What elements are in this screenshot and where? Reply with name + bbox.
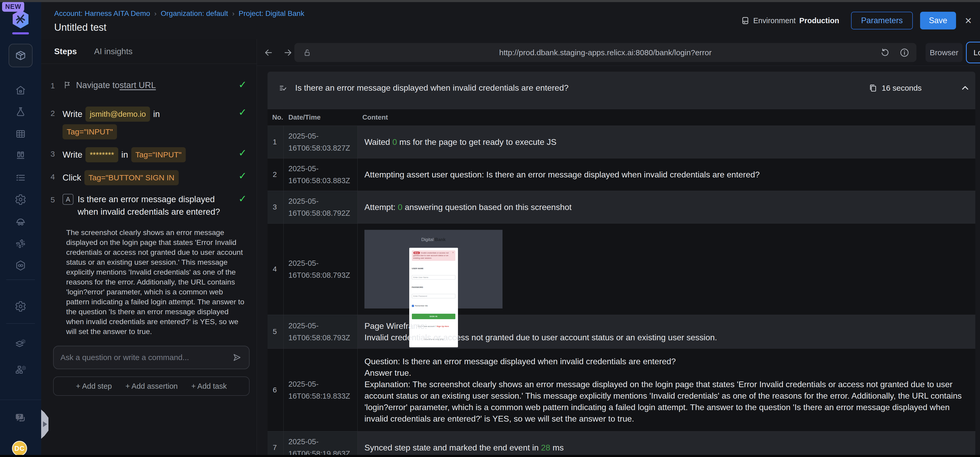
sidebar-item-settings[interactable] xyxy=(0,194,41,205)
window-bottom-strip xyxy=(0,455,980,457)
step-connector: in xyxy=(121,148,128,161)
info-icon[interactable] xyxy=(899,48,910,58)
log-content: Page Wireframe: Invalid credentials or a… xyxy=(358,315,975,348)
browser-button[interactable]: Browser xyxy=(926,43,963,62)
start-url-link[interactable]: start URL xyxy=(119,79,156,91)
environment-label: Environment xyxy=(753,16,796,25)
check-icon: ✓ xyxy=(239,79,247,91)
checklist-icon xyxy=(15,172,26,183)
step-row-5[interactable]: 5 A Is there an error message displayed … xyxy=(51,193,247,218)
breadcrumb: Account: Harness AITA Demo › Organizatio… xyxy=(54,10,304,18)
step-target-chip[interactable]: Tag="INPUT" xyxy=(131,147,186,162)
log-no: 4 xyxy=(267,223,284,315)
log-row-4[interactable]: 4 2025-05-16T06:58:08.793Z Digital Bank … xyxy=(267,223,975,315)
url-text[interactable]: http://prod.dbank.staging-apps.relicx.ai… xyxy=(294,43,916,62)
page-title: Untitled test xyxy=(54,22,107,33)
log-content: Question: Is there an error message disp… xyxy=(358,349,975,431)
user-avatar[interactable]: DC xyxy=(12,441,27,456)
step-row-2[interactable]: 2 Write jsmith@demo.io in Tag="INPUT" ✓ xyxy=(51,107,247,139)
sidebar-item-account-settings[interactable] xyxy=(0,301,41,312)
log-row-6[interactable]: 6 2025-05-16T06:58:19.833Z Question: Is … xyxy=(267,349,975,432)
step-value-chip[interactable]: ******** xyxy=(86,147,118,162)
tab-ai-insights[interactable]: AI insights xyxy=(94,47,133,56)
logs-button[interactable]: Logs xyxy=(966,42,980,63)
home-icon xyxy=(15,84,26,96)
add-task-button[interactable]: + Add task xyxy=(191,382,227,390)
sidebar-item-integrations[interactable] xyxy=(0,260,41,271)
chevron-up-icon[interactable] xyxy=(961,84,970,92)
step-target-chip[interactable]: Tag="INPUT" xyxy=(62,124,117,139)
thumb-username-input: Enter User Name xyxy=(412,275,455,280)
gear-icon xyxy=(15,301,26,312)
sidebar-item-test-module[interactable] xyxy=(9,44,33,67)
sidebar-item-incognito[interactable] xyxy=(0,216,41,228)
window-top-strip xyxy=(0,0,980,2)
check-icon: ✓ xyxy=(239,193,247,205)
log-no: 7 xyxy=(267,432,284,457)
close-icon[interactable]: × xyxy=(965,14,972,27)
harness-logo[interactable] xyxy=(0,10,41,31)
sidebar-item-experiments[interactable] xyxy=(0,106,41,118)
sidebar-item-org-settings[interactable] xyxy=(0,364,41,376)
log-datetime: 2025-05-16T06:58:08.793Z xyxy=(284,315,358,348)
command-input[interactable]: Ask a question or write a command... xyxy=(53,346,250,369)
step-text: Navigate to xyxy=(76,79,119,91)
log-row-1[interactable]: 1 2025-05-16T06:58:03.827Z Waited 0 ms f… xyxy=(267,126,975,158)
column-no: No. xyxy=(267,109,284,126)
reload-icon[interactable] xyxy=(880,48,890,58)
sidebar-item-checklist[interactable] xyxy=(0,172,41,183)
parameters-button[interactable]: Parameters xyxy=(851,12,913,29)
environment-value: Production xyxy=(799,16,839,25)
save-button[interactable]: Save xyxy=(920,12,956,29)
infinity-icon xyxy=(14,260,27,271)
log-datetime: 2025-05-16T06:58:03.827Z xyxy=(284,126,358,158)
environment-selector[interactable]: Environment Production xyxy=(741,16,839,25)
flag-icon xyxy=(63,81,72,89)
sidebar-item-layer-settings[interactable] xyxy=(0,338,41,350)
url-bar[interactable]: http://prod.dbank.staging-apps.relicx.ai… xyxy=(294,43,916,62)
step-row-1[interactable]: 1 Navigate to start URL ✓ xyxy=(51,79,247,92)
sidebar-section-divider xyxy=(0,400,41,400)
tab-steps[interactable]: Steps xyxy=(54,47,77,56)
add-assertion-button[interactable]: + Add assertion xyxy=(125,382,178,390)
check-icon: ✓ xyxy=(239,147,247,159)
log-section-header[interactable]: Is there an error message displayed when… xyxy=(267,72,975,104)
log-row-5[interactable]: 5 2025-05-16T06:58:08.793Z Page Wirefram… xyxy=(267,315,975,349)
cube-icon xyxy=(14,49,27,62)
step-value-chip[interactable]: jsmith@demo.io xyxy=(86,107,150,122)
back-icon[interactable] xyxy=(264,48,274,57)
assertion-icon: A xyxy=(62,194,73,205)
log-row-3[interactable]: 3 2025-05-16T06:58:08.792Z Attempt: 0 an… xyxy=(267,191,975,223)
step-connector: in xyxy=(153,108,160,120)
browser-toolbar: http://prod.dbank.staging-apps.relicx.ai… xyxy=(257,39,980,66)
step-target-chip[interactable]: Tag="BUTTON" SIGN IN xyxy=(84,170,179,185)
log-row-7[interactable]: 7 2025-05-16T06:58:19.863Z Synced step s… xyxy=(267,432,975,457)
breadcrumb-separator: › xyxy=(154,10,157,18)
step-row-3[interactable]: 3 Write ******** in Tag="INPUT" ✓ xyxy=(51,147,247,162)
sidebar-item-test-suites[interactable] xyxy=(0,150,41,162)
send-icon[interactable] xyxy=(232,352,242,363)
app-sidebar: NEW xyxy=(0,0,41,455)
thumb-checkbox: ✓ xyxy=(412,305,414,307)
chevron-right-icon xyxy=(43,421,47,427)
breadcrumb-account[interactable]: Account: Harness AITA Demo xyxy=(54,10,150,18)
sidebar-item-help[interactable]: ? xyxy=(0,412,41,425)
step-number: 5 xyxy=(51,193,62,206)
layers-gear-icon xyxy=(14,338,27,350)
step-number: 1 xyxy=(51,79,62,92)
log-row-2[interactable]: 2 2025-05-16T06:58:03.883Z Attempting as… xyxy=(267,158,975,191)
screenshot-thumbnail[interactable]: Digital Bank ErrorInvalid credentials or… xyxy=(364,230,503,309)
forward-icon[interactable] xyxy=(283,48,293,57)
breadcrumb-organization[interactable]: Organization: default xyxy=(161,10,228,18)
assert-list-icon xyxy=(278,83,288,93)
logs-panel: Is there an error message displayed when… xyxy=(267,72,975,455)
add-step-button[interactable]: + Add step xyxy=(76,382,112,390)
copy-icon[interactable] xyxy=(868,83,878,93)
sidebar-item-chaos[interactable] xyxy=(0,237,41,249)
breadcrumb-project[interactable]: Project: Digital Bank xyxy=(239,10,304,18)
sidebar-item-grid[interactable] xyxy=(0,128,41,140)
thumb-error-banner: ErrorInvalid credentials or access not g… xyxy=(412,250,455,261)
step-row-4[interactable]: 4 Click Tag="BUTTON" SIGN IN ✓ xyxy=(51,170,247,185)
sidebar-item-home[interactable] xyxy=(0,84,41,96)
environment-icon xyxy=(741,16,750,25)
